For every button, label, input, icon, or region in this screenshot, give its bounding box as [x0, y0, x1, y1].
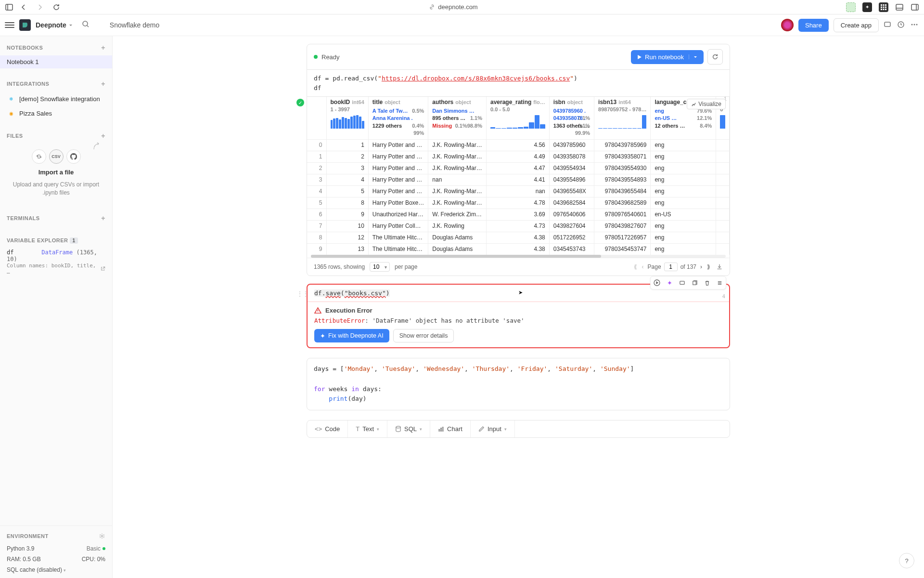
back-icon[interactable]	[19, 3, 28, 12]
deepnote-logo-icon[interactable]	[19, 19, 31, 31]
table-row[interactable]: 69Unauthorized Har…W. Frederick Zim…3.69…	[307, 209, 730, 220]
history-icon[interactable]	[897, 21, 906, 29]
table-row[interactable]: 58Harry Potter Boxe…J.K. Rowling-Mar…4.7…	[307, 197, 730, 209]
avatar[interactable]	[781, 19, 794, 31]
panel-icon[interactable]	[895, 3, 904, 12]
extension-icon[interactable]: ✦	[862, 2, 872, 12]
table-row[interactable]: 01Harry Potter and …J.K. Rowling-Mar…4.5…	[307, 139, 730, 151]
url-bar[interactable]: deepnote.com	[66, 3, 840, 11]
table-cell: 12	[326, 232, 368, 243]
page-input[interactable]	[664, 263, 678, 271]
horizontal-scrollbar[interactable]	[311, 255, 726, 258]
column-header[interactable]: bookIDint641 - 3997	[326, 97, 368, 139]
next-page-icon[interactable]: ›	[699, 263, 703, 271]
add-block-toolbar: <>Code TText ▾ SQL ▾ Chart Input ▾	[307, 420, 730, 438]
table-row[interactable]: 23Harry Potter and …J.K. Rowling-Mar…4.4…	[307, 162, 730, 174]
per-page-select[interactable]: 10	[370, 262, 390, 272]
page-total: of 137	[680, 263, 696, 270]
create-app-button[interactable]: Create app	[834, 18, 879, 32]
first-page-icon[interactable]: ⟪	[633, 263, 638, 271]
search-icon[interactable]	[82, 20, 91, 30]
last-page-icon[interactable]: ⟫	[706, 263, 711, 271]
comments-icon[interactable]	[884, 21, 892, 29]
env-heading: ENVIRONMENT	[0, 529, 112, 543]
svg-point-22	[101, 535, 103, 537]
table-row[interactable]: 812The Ultimate Hitc…Douglas Adams4.3805…	[307, 232, 730, 243]
menu-icon[interactable]	[5, 20, 14, 30]
table-cell: The Ultimate Hitc…	[368, 243, 428, 255]
code-editor[interactable]: df.save("books.csv")4	[308, 285, 729, 302]
show-error-details-button[interactable]: Show error details	[393, 329, 454, 342]
add-file-icon[interactable]: +	[101, 132, 105, 140]
github-file-icon[interactable]	[66, 149, 81, 164]
table-row[interactable]: 913The Ultimate Hitc…Douglas Adams4.3803…	[307, 243, 730, 255]
add-notebook-icon[interactable]: +	[101, 44, 105, 52]
row-index: 6	[307, 209, 326, 220]
table-cell: Douglas Adams	[428, 232, 487, 243]
reload-icon[interactable]	[52, 3, 61, 12]
sidebar-toggle-icon[interactable]	[5, 3, 13, 12]
apps-grid-icon[interactable]	[879, 2, 888, 12]
add-sql-button[interactable]: SQL ▾	[387, 420, 430, 437]
chevron-down-icon[interactable]	[689, 54, 698, 59]
sidebar-item-integration[interactable]: ◉Pizza Sales	[0, 106, 112, 120]
table-cell: Harry Potter and …	[368, 162, 428, 174]
sync-file-icon[interactable]	[32, 149, 46, 164]
gear-icon[interactable]	[99, 533, 105, 539]
per-page-label: per page	[395, 263, 417, 270]
add-text-button[interactable]: TText ▾	[348, 420, 387, 437]
table-cell: eng	[651, 139, 716, 151]
browser-chrome: deepnote.com ✦	[0, 0, 924, 14]
add-terminal-icon[interactable]: +	[101, 214, 105, 222]
table-row[interactable]: 710Harry Potter Coll…J.K. Rowling4.73043…	[307, 220, 730, 232]
warning-icon	[314, 307, 321, 314]
add-code-button[interactable]: <>Code	[307, 420, 348, 437]
csv-file-icon[interactable]: CSV	[49, 149, 64, 164]
app-header: Deepnote Snowflake demo Share Create app	[0, 14, 924, 36]
drag-handle-icon[interactable]: ⋮⋮	[297, 290, 308, 297]
column-header[interactable]: authorsobjectDan Simmons …1.1%895 others…	[428, 97, 487, 139]
sidebar-item-notebook[interactable]: Notebook 1	[0, 55, 112, 68]
fix-with-ai-button[interactable]: ✦Fix with Deepnote AI	[314, 329, 389, 342]
sidebar-item-integration[interactable]: ❄[demo] Snowflake integration	[0, 92, 112, 106]
prev-page-icon[interactable]: ‹	[641, 263, 645, 271]
table-cell: eng	[651, 243, 716, 255]
svg-rect-25	[693, 281, 696, 284]
svg-rect-24	[680, 281, 684, 284]
column-header[interactable]: isbnobject0439785960 .0.1%0439358078 .0.…	[549, 97, 594, 139]
files-empty-state: CSV Import a file Upload and query CSVs …	[0, 144, 112, 203]
more-icon[interactable]	[911, 21, 919, 29]
forward-icon[interactable]	[36, 3, 44, 12]
panel-right-icon[interactable]	[911, 3, 919, 12]
share-button[interactable]: Share	[798, 19, 829, 32]
notebook-title[interactable]: Snowflake demo	[110, 21, 160, 29]
external-link-icon[interactable]	[100, 266, 105, 271]
variable-item[interactable]: df DataFrame (1365, 10) Column names: bo…	[0, 247, 112, 277]
refresh-button[interactable]	[707, 49, 723, 65]
code-cell[interactable]: days = ['Monday', 'Tuesday', 'Wednesday'…	[307, 358, 730, 410]
visualize-button[interactable]: Visualize	[687, 99, 726, 109]
run-notebook-button[interactable]: Run notebook	[631, 50, 704, 64]
add-input-button[interactable]: Input ▾	[471, 420, 515, 437]
extension-icon[interactable]	[846, 2, 856, 12]
download-icon[interactable]	[716, 263, 723, 270]
workspace-dropdown[interactable]: Deepnote	[36, 21, 73, 29]
row-index: 0	[307, 139, 326, 151]
dataframe-table[interactable]: bookIDint641 - 3997titleobjectA Tale of …	[307, 97, 730, 255]
table-cell: en-US	[651, 209, 716, 220]
column-header[interactable]: isbn13int648987059752 - 978…	[594, 97, 651, 139]
env-sql-cache[interactable]: SQL cache (disabled) ▾	[0, 565, 112, 575]
env-python[interactable]: Python 3.9Basic	[0, 543, 112, 554]
table-row[interactable]: 12Harry Potter and …J.K. Rowling-Mar…4.4…	[307, 151, 730, 162]
table-row[interactable]: 45Harry Potter and …J.K. Rowling-Mar…nan…	[307, 185, 730, 197]
table-row[interactable]: 34Harry Potter and …nan4.410439554896978…	[307, 174, 730, 185]
table-pagination: 1365 rows, showing 10 per page ⟪ ‹ Page …	[307, 258, 730, 276]
column-header[interactable]: average_ratingflo…0.0 - 5.0	[486, 97, 549, 139]
code-editor[interactable]: df = pd.read_csv("https://dl.dropbox.com…	[307, 70, 730, 96]
help-button[interactable]: ?	[899, 553, 914, 568]
table-cell: J.K. Rowling-Mar…	[428, 139, 487, 151]
column-header[interactable]: titleobjectA Tale of Tw…0.5%Anna Karenin…	[368, 97, 428, 139]
table-cell: 0439827604	[549, 220, 594, 232]
add-integration-icon[interactable]: +	[101, 80, 105, 88]
add-chart-button[interactable]: Chart	[430, 420, 471, 437]
